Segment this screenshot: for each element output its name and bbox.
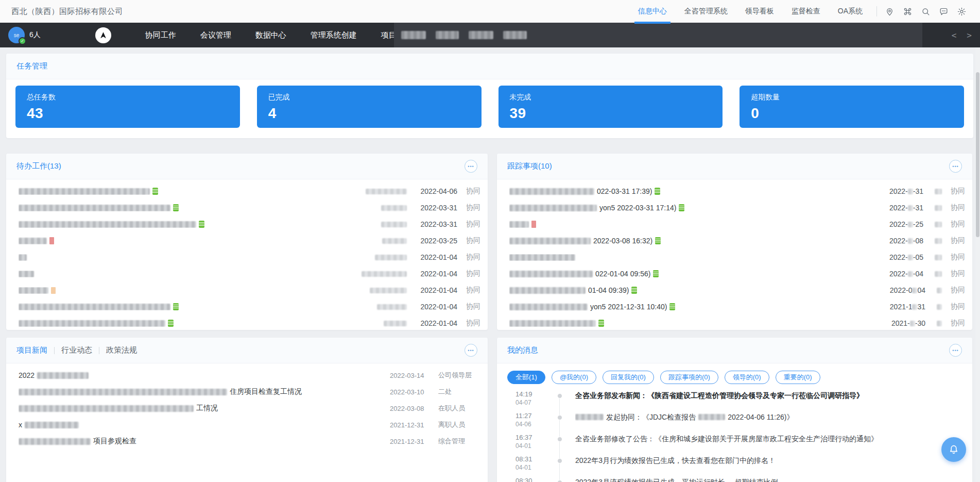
message-filter-pill[interactable]: 回复我的(0) (603, 371, 654, 384)
news-tab[interactable]: 项目新闻 (16, 345, 47, 355)
list-item[interactable]: 2022-01-04协同 (19, 282, 480, 298)
list-item[interactable]: 2022-01-04协同 (19, 249, 480, 265)
redacted-text (19, 405, 194, 412)
more-icon[interactable]: ••• (949, 160, 962, 173)
message-item[interactable]: 08:3104-012022年3月行为绩效报告已生成，快去查看您在部门中的排名！ (497, 455, 972, 477)
todo-item-title (19, 320, 384, 327)
navbar-menu-item[interactable]: 协同工作 (145, 30, 176, 40)
list-item[interactable]: 2022-01-04协同 (19, 315, 480, 330)
document-icon (173, 204, 179, 211)
task-stat-card[interactable]: 总任务数43 (15, 86, 240, 128)
list-item[interactable]: 20222022-03-14公司领导层 (19, 367, 480, 384)
list-item[interactable]: 工情况2022-03-08在职人员 (19, 400, 480, 417)
list-item[interactable]: 2022-04-06协同 (19, 183, 480, 200)
topnav-link[interactable]: 信息中心 (629, 0, 676, 23)
settings-icon[interactable] (956, 6, 967, 16)
search-icon[interactable] (920, 6, 931, 16)
news-tab[interactable]: 行业动态 (61, 345, 92, 355)
task-stat-card[interactable]: 超期数量0 (740, 86, 964, 128)
topnav-link[interactable]: 领导看板 (736, 0, 783, 23)
message-item[interactable]: 16:3704-01全咨业务部修改了公告：《住房和城乡建设部关于开展房屋市政工程… (497, 434, 972, 455)
list-item[interactable]: 022-03-31 17:39)2022--31协同 (509, 183, 965, 200)
message-filter-pill[interactable]: @我的(0) (552, 371, 596, 384)
scrollbar-track[interactable] (975, 23, 980, 482)
message-date: 04-01 (515, 442, 532, 450)
message-item[interactable]: 11:2704-06发起协同：《JDJC检查报告2022-04-06 11:26… (497, 412, 972, 434)
list-item[interactable]: 2022-03-25协同 (19, 232, 480, 249)
news-item-title: 项目参观检查 (19, 437, 390, 446)
list-item[interactable]: 2022-03-31协同 (19, 200, 480, 216)
document-icon (653, 270, 659, 277)
message-icon[interactable] (938, 6, 949, 16)
list-item[interactable]: 2021--30协同 (509, 315, 965, 330)
topnav-link[interactable]: OA系统 (829, 0, 871, 23)
redacted-text (509, 205, 597, 211)
topnav-link[interactable]: 监督检查 (783, 0, 829, 23)
navbar-menu-item[interactable]: 管理系统创建 (311, 30, 357, 40)
list-item[interactable]: 2022-03-08 16:32)2022--08协同 (509, 232, 965, 249)
list-item[interactable]: x2021-12-31离职人员 (19, 417, 480, 433)
due-date-prefix: 2022- (889, 204, 908, 212)
topnav-link[interactable]: 全咨管理系统 (676, 0, 736, 23)
list-item[interactable]: 2022--05协同 (509, 249, 965, 265)
list-item[interactable]: 2022-01-04协同 (19, 265, 480, 282)
scroll-right-icon[interactable]: > (967, 30, 972, 40)
redacted-text (19, 389, 227, 395)
bell-icon (948, 443, 960, 456)
top-nav: 信息中心全咨管理系统领导看板监督检查OA系统 (629, 0, 871, 23)
todo-item-title (19, 237, 382, 244)
list-item[interactable]: yon5 2021-12-31 10:40)2021-131协同 (509, 298, 965, 315)
message-item[interactable]: 14:1904-07全咨业务部发布新闻：《陕西省建设工程造价管理协会领导及专家一… (497, 390, 972, 412)
apps-icon[interactable] (902, 6, 913, 16)
message-filter-pill[interactable]: 跟踪事项的(0) (660, 371, 718, 384)
due-date-prefix: 2022- (889, 253, 908, 261)
todo-panel: 待办工作(13) ••• 2022-04-06协同2022-03-31协同202… (6, 154, 488, 330)
more-icon[interactable]: ••• (465, 160, 477, 173)
location-icon[interactable] (884, 6, 895, 16)
navbar-menu-item[interactable]: 会议管理 (200, 30, 231, 40)
more-icon[interactable]: ••• (465, 344, 477, 357)
news-item-meta: 2021-12-31综合管理 (390, 437, 480, 446)
list-item[interactable]: 住房项目检查复工情况2022-03-10二处 (19, 384, 480, 400)
red-flag-icon (531, 221, 536, 228)
redacted-text (19, 438, 91, 445)
scrollbar-thumb[interactable] (976, 72, 979, 237)
list-item[interactable]: 2022-01-04协同 (19, 298, 480, 315)
navbar-menu-item[interactable]: 数据中心 (255, 30, 286, 40)
panel-title: 待办工作(13) (16, 161, 61, 171)
list-item[interactable]: 022-01-04 09:56)2022--04协同 (509, 265, 965, 282)
todo-item-meta: 2022-01-04协同 (377, 302, 480, 311)
message-filter-pill[interactable]: 重要的(0) (776, 371, 820, 384)
type-tag: 协同 (466, 253, 480, 262)
navigation-compass-icon[interactable] (95, 27, 111, 43)
document-icon (598, 320, 604, 327)
news-item-title: 工情况 (19, 404, 390, 413)
message-fragment: 发起协同：《JDJC检查报告 (606, 412, 696, 422)
message-item[interactable]: 08:3004-012022年3月流程绩效报告已生成。平均运行时长-，超期结束比… (497, 477, 972, 482)
stat-label: 未完成 (510, 93, 712, 102)
message-filter-pill[interactable]: 领导的(0) (725, 371, 769, 384)
task-stat-card[interactable]: 已完成4 (257, 86, 482, 128)
list-item[interactable]: 2022--25协同 (509, 216, 965, 232)
news-category: 离职人员 (438, 420, 480, 429)
list-item[interactable]: 2022-03-31协同 (19, 216, 480, 232)
message-filter-pill[interactable]: 全部(1) (507, 371, 545, 384)
news-category: 公司领导层 (438, 371, 480, 380)
due-date-suffix: -05 (913, 253, 923, 261)
redacted-text (509, 271, 593, 277)
list-item[interactable]: yon5 2022-03-31 17:14)2022--31协同 (509, 200, 965, 216)
type-tag: 协同 (951, 220, 965, 229)
notification-bell-button[interactable] (941, 437, 966, 462)
todo-item-title (19, 221, 381, 228)
publish-date: 2021-12-31 (390, 421, 429, 429)
task-stat-card[interactable]: 未完成39 (498, 86, 723, 128)
news-tab[interactable]: 政策法规 (106, 345, 137, 355)
redacted-text (469, 31, 493, 39)
list-item[interactable]: 01-04 09:39)2022-004协同 (509, 282, 965, 298)
message-filters: 全部(1)@我的(0)回复我的(0)跟踪事项的(0)领导的(0)重要的(0) (497, 363, 972, 386)
user-avatar[interactable]: se ✓ (8, 27, 25, 43)
scroll-left-icon[interactable]: < (952, 30, 957, 40)
redacted-text (935, 271, 942, 277)
more-icon[interactable]: ••• (949, 344, 962, 357)
list-item[interactable]: 项目参观检查2021-12-31综合管理 (19, 433, 480, 450)
